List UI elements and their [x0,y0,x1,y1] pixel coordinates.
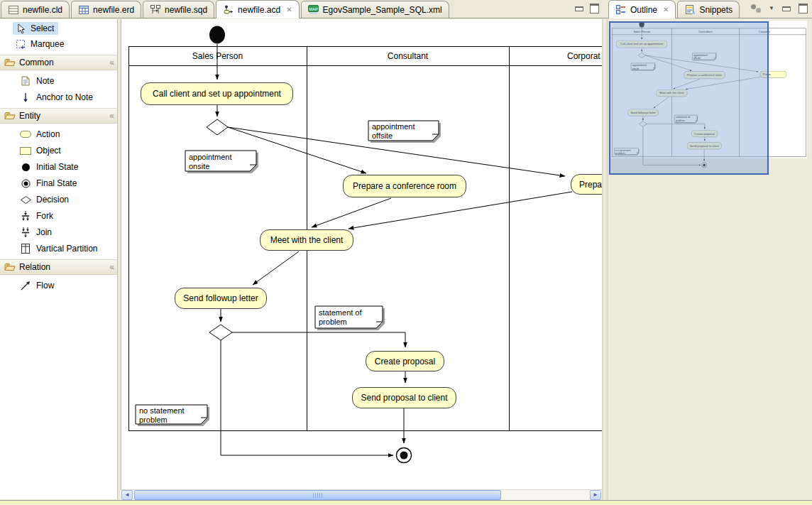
outline-viewport-rect[interactable] [609,21,769,175]
outline-view-icon [615,4,627,16]
er-diagram-icon [78,4,89,16]
flow-edge[interactable] [253,251,299,285]
anchor-arrow-icon [20,92,31,103]
palette-tool-select[interactable]: Select [13,22,58,35]
view-menu-icon[interactable]: ▼ [769,5,774,12]
palette-item-action[interactable]: Action [20,129,117,140]
maximize-view-icon[interactable] [590,4,599,13]
tab-label: newfile.erd [93,5,134,15]
note-onsite[interactable]: appointment onsite [185,151,254,171]
decision-node[interactable] [209,325,232,340]
palette-item-label: Object [36,146,61,156]
tab-newfile-cld[interactable]: newfile.cld [1,1,70,18]
palette-item-join[interactable]: Join [20,227,117,238]
palette-item-decision[interactable]: Decision [20,194,117,205]
scroll-left-button[interactable]: ◄ [121,490,133,500]
tab-snippets[interactable]: Snippets [677,1,740,18]
folder-icon [4,110,16,121]
palette-item-note[interactable]: Note [20,75,117,87]
flow-edge[interactable] [312,198,391,227]
svg-text:MAP: MAP [309,7,318,11]
tab-outline[interactable]: Outline ✕ [608,0,676,18]
pin-palette-icon[interactable]: « [109,262,113,272]
close-icon[interactable]: ✕ [286,6,292,13]
action-send-proposal[interactable]: Send proposal to client [352,387,456,408]
decision-node[interactable] [207,119,228,135]
minimize-view-icon[interactable] [575,6,583,11]
activity-diagram-icon [223,4,234,16]
tab-newfile-acd[interactable]: newfile.acd ✕ [216,0,299,18]
class-diagram-icon [8,4,19,16]
window-bottom-trim [0,500,812,505]
palette-tool-label: Select [31,23,54,33]
tool-palette: Select Marquee Common « Note Anchor to N… [0,19,118,499]
note-offsite[interactable]: appointment offsite [368,121,437,141]
palette-item-fork[interactable]: Fork [20,210,117,222]
action-send-followup[interactable]: Send followup letter [175,288,267,309]
palette-section-title: Relation [19,262,50,272]
palette-item-flow[interactable]: Flow [20,280,117,291]
outline-panel: Sales Person Consultant Corporat [608,19,812,500]
palette-item-final-state[interactable]: Final State [20,178,117,189]
note-statement[interactable]: statement of problem [315,307,380,327]
scrollbar-thumb[interactable] [134,490,501,500]
scroll-right-button[interactable]: ► [590,490,601,500]
tab-egovsample-xml[interactable]: MAP EgovSample_Sample_SQL.xml [301,1,449,18]
minimize-view-icon[interactable] [782,6,791,11]
palette-item-label: Initial State [36,162,78,172]
palette-tool-label: Marquee [31,39,64,49]
palette-section-common[interactable]: Common « [0,55,117,70]
action-meet-client[interactable]: Meet with the client [260,229,353,251]
palette-section-relation[interactable]: Relation « [0,259,117,275]
palette-item-label: Note [36,76,54,86]
palette-item-label: Join [36,227,52,237]
flow-edge[interactable] [232,332,405,347]
palette-section-entity[interactable]: Entity « [0,108,117,124]
flow-arrow-icon [20,280,31,291]
fork-icon [20,210,31,222]
final-state-inner-dot [400,452,408,460]
palette-item-vartical-partition[interactable]: Vartical Partition [20,243,117,254]
vertical-partition-icon [20,243,31,254]
action-prepare-room[interactable]: Prepare a conference room [343,175,466,197]
tab-newfile-sqd[interactable]: newfile.sqd [143,1,214,18]
map-xml-icon: MAP [308,4,319,16]
join-icon [20,227,31,238]
diagram-canvas[interactable]: Sales Person Consultant Corporat [121,19,602,489]
palette-item-initial-state[interactable]: Initial State [20,161,117,173]
snippets-view-icon [684,4,696,16]
horizontal-scrollbar[interactable]: ◄ ► [121,489,602,500]
palette-item-anchor-to-note[interactable]: Anchor to Note [20,92,117,103]
tab-label: Outline [630,5,657,15]
pin-palette-icon[interactable]: « [109,58,113,67]
tab-label: newfile.cld [23,5,62,15]
folder-icon [4,57,16,68]
object-node-icon [20,145,31,156]
action-create-proposal[interactable]: Create proposal [366,351,444,371]
activity-diagram: Sales Person Consultant Corporat [121,19,602,467]
initial-state-node[interactable] [209,26,225,44]
folder-icon [4,261,16,273]
link-with-editor-icon[interactable] [751,4,761,13]
action-call-client[interactable]: Call client and set up appointment [141,82,293,105]
marquee-icon [15,38,26,50]
action-prepare-far[interactable]: Prepa [571,174,602,195]
close-icon[interactable]: ✕ [663,6,669,13]
pin-palette-icon[interactable]: « [109,111,113,121]
eclipse-diagram-editor-window: { "tabs": { "editor": [ {"label": "newfi… [0,0,812,505]
palette-item-label: Decision [36,195,69,205]
palette-item-label: Final State [36,178,77,188]
palette-tool-marquee[interactable]: Marquee [13,38,68,50]
palette-item-label: Vartical Partition [36,244,97,254]
palette-item-label: Action [36,129,60,139]
note-icon [20,75,31,87]
note-no-statement[interactable]: no statement problem [136,405,205,425]
select-cursor-icon [15,23,26,34]
tab-newfile-erd[interactable]: newfile.erd [71,1,141,18]
decision-icon [20,194,31,205]
palette-item-object[interactable]: Object [20,145,117,156]
maximize-view-icon[interactable] [799,4,808,13]
palette-section-title: Common [19,58,54,67]
palette-section-title: Entity [19,111,40,121]
editor-outline-splitter[interactable] [602,19,608,500]
